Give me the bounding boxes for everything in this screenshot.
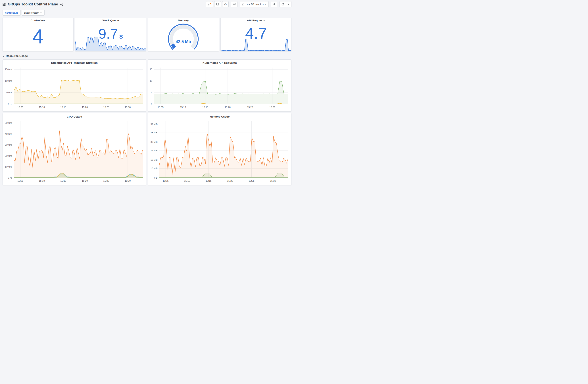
chart-legend: avgcurrenthelm-controller-57f9b56bbf-k24… bbox=[148, 184, 291, 185]
panel-title[interactable]: Work Queue bbox=[75, 18, 146, 23]
legend-sort-current[interactable]: current bbox=[129, 111, 144, 112]
svg-text:150 ms: 150 ms bbox=[5, 68, 12, 71]
legend-header-row: avgcurrent bbox=[6, 111, 144, 112]
time-range-picker[interactable]: Last 30 minutes bbox=[240, 1, 269, 7]
top-bar: GitOps Toolkit Control Plane ⚙ bbox=[2, 0, 292, 8]
refresh-interval-dropdown[interactable] bbox=[286, 1, 291, 7]
panel-title[interactable]: Memory bbox=[148, 18, 219, 23]
chevron-down-icon bbox=[2, 55, 4, 57]
legend-sort-avg[interactable]: avg bbox=[112, 185, 129, 186]
legend-sort-avg[interactable]: avg bbox=[258, 185, 274, 186]
legend-header-row: avgcurrent bbox=[6, 184, 144, 185]
svg-text:100 ms: 100 ms bbox=[5, 80, 12, 82]
share-icon[interactable] bbox=[60, 3, 63, 6]
variables-submenu: namespace gitops-system bbox=[2, 10, 292, 16]
charts-row-1: Kubernetes API Requests Duration 150 ms1… bbox=[2, 59, 292, 112]
add-panel-button[interactable] bbox=[206, 1, 213, 7]
cycle-view-mode-button[interactable] bbox=[231, 1, 237, 7]
svg-text:0 ns: 0 ns bbox=[8, 103, 12, 106]
svg-text:15:30: 15:30 bbox=[125, 179, 131, 182]
chart-legend: avgcurrenthelm-controller-57f9b56bbf-k24… bbox=[3, 184, 146, 185]
panel-title[interactable]: API Requests bbox=[221, 18, 291, 23]
row-title: Resource Usage bbox=[6, 54, 28, 58]
stats-row: Controllers 4 Work Queue 9.7s Memory 42.… bbox=[2, 18, 292, 51]
legend-sort-current[interactable]: current bbox=[274, 111, 289, 112]
k8s-api-requests-duration-chart[interactable]: 150 ms100 ms50 ms0 ns15:0515:1015:1515:2… bbox=[3, 66, 145, 110]
svg-text:15:05: 15:05 bbox=[17, 179, 23, 182]
work-queue-unit: s bbox=[119, 32, 123, 40]
svg-text:15:05: 15:05 bbox=[17, 106, 23, 108]
svg-text:10: 10 bbox=[150, 80, 152, 82]
zoom-out-time-button[interactable] bbox=[271, 1, 277, 7]
svg-text:15:05: 15:05 bbox=[163, 179, 169, 182]
legend-header-row: avgcurrent bbox=[151, 111, 289, 112]
dashboard-title[interactable]: GitOps Toolkit Control Plane bbox=[8, 2, 58, 6]
panel-api-requests: API Requests 4.7 bbox=[220, 18, 292, 51]
save-icon bbox=[216, 3, 219, 6]
grafana-dashboard: GitOps Toolkit Control Plane ⚙ bbox=[0, 0, 294, 192]
variable-namespace-dropdown[interactable]: gitops-system bbox=[22, 10, 44, 16]
svg-text:15:20: 15:20 bbox=[227, 179, 233, 182]
svg-text:19 MiB: 19 MiB bbox=[150, 159, 158, 161]
cpu-usage-chart[interactable]: 500 ms400 ms300 ms200 ms100 ms0 ns15:051… bbox=[3, 120, 145, 184]
svg-text:5: 5 bbox=[151, 91, 152, 94]
svg-text:15:20: 15:20 bbox=[82, 106, 88, 108]
panel-title[interactable]: Kubernetes API Requests bbox=[148, 60, 291, 65]
svg-text:15:20: 15:20 bbox=[225, 106, 231, 108]
panel-memory-usage: Memory Usage 57 MiB48 MiB38 MiB29 MiB19 … bbox=[148, 113, 292, 185]
svg-text:15:30: 15:30 bbox=[270, 179, 276, 182]
panel-controllers: Controllers 4 bbox=[2, 18, 74, 51]
gear-icon: ⚙ bbox=[224, 2, 227, 6]
charts-row-2: CPU Usage 500 ms400 ms300 ms200 ms100 ms… bbox=[2, 113, 292, 185]
svg-text:15:25: 15:25 bbox=[249, 179, 254, 182]
svg-text:15:15: 15:15 bbox=[60, 179, 66, 182]
panel-memory: Memory 42.5 Mb bbox=[148, 18, 219, 51]
svg-text:15:25: 15:25 bbox=[103, 179, 109, 182]
memory-usage-chart[interactable]: 57 MiB48 MiB38 MiB29 MiB19 MiB10 MiB0 B1… bbox=[148, 120, 290, 184]
svg-text:15:10: 15:10 bbox=[39, 179, 45, 182]
svg-text:0 B: 0 B bbox=[154, 177, 158, 179]
refresh-dashboard-button[interactable] bbox=[280, 1, 286, 7]
k8s-api-requests-chart[interactable]: 15105015:0515:1015:1515:2015:2515:30 bbox=[148, 66, 290, 110]
row-toggle-resource-usage[interactable]: Resource Usage bbox=[2, 54, 292, 58]
panel-title[interactable]: Kubernetes API Requests Duration bbox=[3, 60, 146, 65]
svg-text:15:25: 15:25 bbox=[247, 106, 253, 108]
svg-text:200 ms: 200 ms bbox=[5, 155, 12, 157]
chevron-down-icon bbox=[265, 4, 267, 5]
svg-text:15:15: 15:15 bbox=[206, 179, 211, 182]
legend-sort-avg[interactable]: avg bbox=[258, 111, 274, 112]
chevron-down-icon bbox=[288, 4, 290, 5]
svg-text:15:30: 15:30 bbox=[125, 106, 131, 108]
svg-text:15:10: 15:10 bbox=[180, 106, 186, 108]
save-dashboard-button[interactable] bbox=[214, 1, 221, 7]
legend-sort-avg[interactable]: avg bbox=[112, 111, 129, 112]
panel-title[interactable]: CPU Usage bbox=[3, 114, 146, 119]
svg-text:400 ms: 400 ms bbox=[5, 133, 12, 135]
bar-chart-plus-icon bbox=[208, 3, 211, 6]
memory-gauge bbox=[148, 23, 219, 51]
legend-sort-current[interactable]: current bbox=[129, 185, 144, 186]
svg-text:50 ms: 50 ms bbox=[6, 91, 12, 94]
work-queue-value: 9.7s bbox=[75, 27, 146, 41]
svg-text:15:10: 15:10 bbox=[184, 179, 190, 182]
search-minus-icon bbox=[273, 3, 275, 6]
svg-text:57 MiB: 57 MiB bbox=[150, 123, 158, 126]
memory-gauge-value: 42.5 Mb bbox=[148, 39, 219, 44]
panel-title[interactable]: Memory Usage bbox=[148, 114, 291, 119]
legend-sort-current[interactable]: current bbox=[274, 185, 289, 186]
chart-legend: avgcurrentP505 ms5 msP9948 ms43 ms bbox=[3, 110, 146, 112]
svg-text:10 MiB: 10 MiB bbox=[150, 167, 158, 170]
panel-k8s-api-requests-duration: Kubernetes API Requests Duration 150 ms1… bbox=[2, 59, 146, 112]
chevron-down-icon bbox=[41, 12, 42, 13]
dashboard-settings-button[interactable]: ⚙ bbox=[222, 1, 229, 7]
legend-header-row: avgcurrent bbox=[151, 184, 289, 185]
svg-text:500 ms: 500 ms bbox=[5, 122, 12, 124]
svg-text:100 ms: 100 ms bbox=[5, 166, 12, 168]
svg-text:300 ms: 300 ms bbox=[5, 144, 12, 146]
svg-text:15:05: 15:05 bbox=[158, 106, 164, 108]
panel-title[interactable]: Controllers bbox=[3, 18, 73, 23]
dashboard-grid-icon[interactable] bbox=[2, 3, 6, 6]
api-requests-value: 4.7 bbox=[221, 25, 291, 41]
tv-monitor-icon bbox=[232, 3, 236, 6]
variable-namespace-value: gitops-system bbox=[24, 11, 39, 14]
